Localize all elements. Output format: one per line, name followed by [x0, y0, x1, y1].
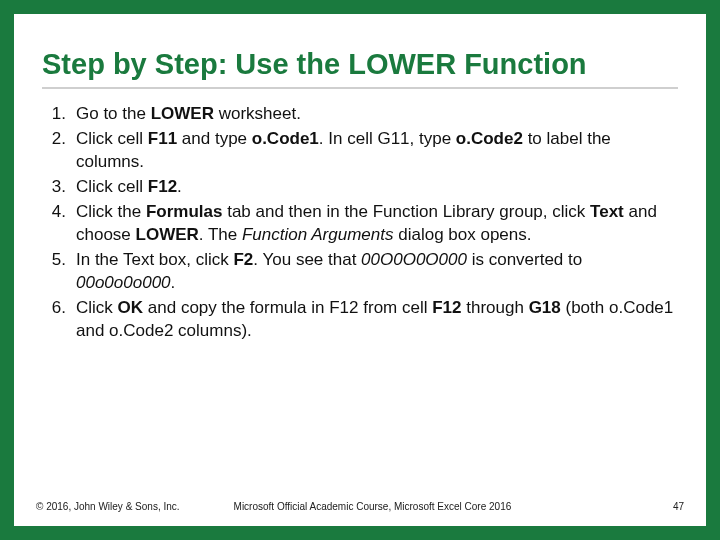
t: G18: [529, 298, 566, 317]
step-5: 5. In the Text box, click F2. You see th…: [42, 249, 678, 295]
steps-list: 1. Go to the LOWER worksheet. 2. Click c…: [42, 103, 678, 342]
t: is converted to: [472, 250, 583, 269]
t: .: [171, 273, 176, 292]
t: Click: [76, 298, 118, 317]
t: Click cell: [76, 129, 148, 148]
slide-footer: © 2016, John Wiley & Sons, Inc. Microsof…: [36, 501, 684, 512]
t: dialog box opens.: [398, 225, 531, 244]
t: . In cell G11, type: [319, 129, 456, 148]
t: tab and then in the Function Library gro…: [227, 202, 590, 221]
step-text: Click cell F12.: [76, 176, 678, 199]
t: o.Code1: [252, 129, 319, 148]
step-number: 6.: [42, 297, 76, 343]
t: F12: [432, 298, 466, 317]
t: Function Arguments: [242, 225, 398, 244]
t: .: [177, 177, 182, 196]
t: 00O0O0O000: [361, 250, 472, 269]
step-2: 2. Click cell F11 and type o.Code1. In c…: [42, 128, 678, 174]
step-text: Click OK and copy the formula in F12 fro…: [76, 297, 678, 343]
t: LOWER: [151, 104, 214, 123]
t: Text: [590, 202, 628, 221]
t: F2: [233, 250, 253, 269]
t: and type: [177, 129, 252, 148]
t: worksheet.: [214, 104, 301, 123]
t: Formulas: [146, 202, 227, 221]
step-4: 4. Click the Formulas tab and then in th…: [42, 201, 678, 247]
step-number: 4.: [42, 201, 76, 247]
step-number: 2.: [42, 128, 76, 174]
step-text: Click the Formulas tab and then in the F…: [76, 201, 678, 247]
t: . You see that: [253, 250, 361, 269]
step-6: 6. Click OK and copy the formula in F12 …: [42, 297, 678, 343]
t: o.Code2: [456, 129, 523, 148]
t: F11: [148, 129, 177, 148]
step-text: Click cell F11 and type o.Code1. In cell…: [76, 128, 678, 174]
t: LOWER: [136, 225, 199, 244]
slide-title: Step by Step: Use the LOWER Function: [42, 48, 678, 81]
step-3: 3. Click cell F12.: [42, 176, 678, 199]
t: and copy the formula in F12 from cell: [148, 298, 432, 317]
t: OK: [118, 298, 148, 317]
t: Click the: [76, 202, 146, 221]
footer-course: Microsoft Official Academic Course, Micr…: [234, 501, 512, 512]
t: F12: [148, 177, 177, 196]
t: In the Text box, click: [76, 250, 233, 269]
t: through: [466, 298, 528, 317]
step-number: 3.: [42, 176, 76, 199]
step-1: 1. Go to the LOWER worksheet.: [42, 103, 678, 126]
footer-copyright: © 2016, John Wiley & Sons, Inc.: [36, 501, 180, 512]
slide-content: Step by Step: Use the LOWER Function 1. …: [14, 14, 706, 343]
step-number: 1.: [42, 103, 76, 126]
t: Click cell: [76, 177, 148, 196]
step-number: 5.: [42, 249, 76, 295]
t: . The: [199, 225, 242, 244]
t: Go to the: [76, 104, 151, 123]
footer-page-number: 47: [673, 501, 684, 512]
step-text: In the Text box, click F2. You see that …: [76, 249, 678, 295]
t: 00o0o0o000: [76, 273, 171, 292]
title-divider: [42, 87, 678, 89]
step-text: Go to the LOWER worksheet.: [76, 103, 678, 126]
